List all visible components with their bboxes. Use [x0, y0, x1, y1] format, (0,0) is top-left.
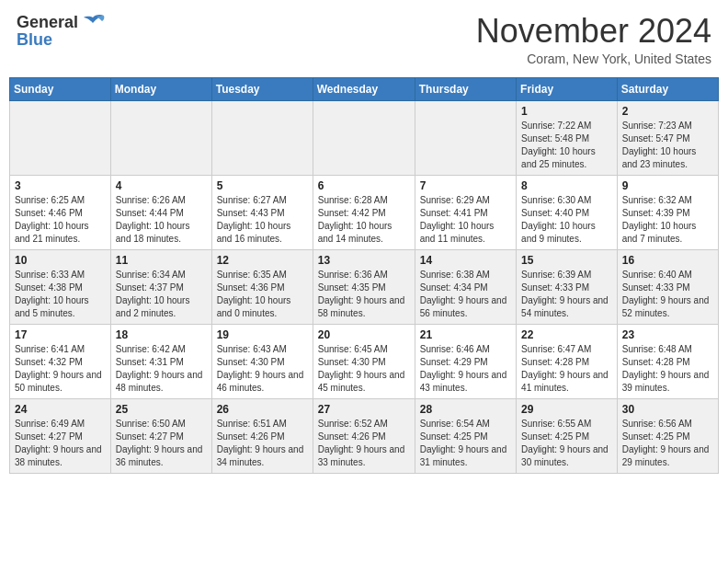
day-number: 4: [116, 179, 207, 192]
day-number: 24: [15, 403, 106, 416]
day-info: Sunrise: 6:45 AM Sunset: 4:30 PM Dayligh…: [318, 343, 410, 395]
logo-general: General: [17, 13, 78, 32]
weekday-header-tuesday: Tuesday: [211, 77, 313, 100]
day-info: Sunrise: 6:52 AM Sunset: 4:26 PM Dayligh…: [318, 418, 410, 469]
day-info: Sunrise: 6:35 AM Sunset: 4:36 PM Dayligh…: [217, 269, 308, 320]
day-number: 30: [622, 403, 713, 416]
calendar-cell: [211, 100, 313, 175]
calendar-cell: 28Sunrise: 6:54 AM Sunset: 4:25 PM Dayli…: [415, 398, 516, 473]
calendar-header-row: SundayMondayTuesdayWednesdayThursdayFrid…: [10, 77, 719, 100]
day-info: Sunrise: 6:51 AM Sunset: 4:26 PM Dayligh…: [217, 418, 308, 469]
day-info: Sunrise: 6:47 AM Sunset: 4:28 PM Dayligh…: [521, 343, 612, 395]
calendar-cell: 9Sunrise: 6:32 AM Sunset: 4:39 PM Daylig…: [617, 175, 718, 249]
weekday-header-monday: Monday: [110, 77, 211, 100]
calendar-cell: 30Sunrise: 6:56 AM Sunset: 4:25 PM Dayli…: [617, 398, 718, 473]
day-info: Sunrise: 6:26 AM Sunset: 4:44 PM Dayligh…: [116, 194, 207, 246]
calendar-cell: 5Sunrise: 6:27 AM Sunset: 4:43 PM Daylig…: [211, 175, 313, 249]
calendar-cell: 4Sunrise: 6:26 AM Sunset: 4:44 PM Daylig…: [110, 175, 211, 249]
day-number: 13: [318, 254, 410, 267]
day-number: 3: [15, 179, 106, 192]
day-info: Sunrise: 6:29 AM Sunset: 4:41 PM Dayligh…: [420, 194, 511, 246]
day-number: 10: [15, 254, 106, 267]
day-number: 18: [116, 328, 207, 341]
day-number: 26: [217, 403, 308, 416]
month-title: November 2024: [476, 13, 711, 50]
day-number: 1: [521, 105, 612, 118]
day-number: 25: [116, 403, 207, 416]
weekday-header-saturday: Saturday: [617, 77, 718, 100]
day-number: 9: [622, 179, 713, 192]
calendar-cell: 19Sunrise: 6:43 AM Sunset: 4:30 PM Dayli…: [211, 324, 313, 398]
calendar-cell: 10Sunrise: 6:33 AM Sunset: 4:38 PM Dayli…: [10, 249, 111, 324]
calendar-cell: 13Sunrise: 6:36 AM Sunset: 4:35 PM Dayli…: [313, 249, 415, 324]
day-number: 14: [420, 254, 511, 267]
day-number: 11: [116, 254, 207, 267]
logo-bird-icon: [80, 14, 106, 32]
day-number: 6: [318, 179, 410, 192]
day-number: 7: [420, 179, 511, 192]
day-info: Sunrise: 6:38 AM Sunset: 4:34 PM Dayligh…: [420, 269, 511, 320]
day-number: 17: [15, 328, 106, 341]
location: Coram, New York, United States: [476, 52, 711, 66]
day-number: 21: [420, 328, 511, 341]
day-number: 19: [217, 328, 308, 341]
day-number: 16: [622, 254, 713, 267]
page-header: General Blue November 2024 Coram, New Yo…: [9, 9, 719, 70]
day-info: Sunrise: 6:30 AM Sunset: 4:40 PM Dayligh…: [521, 194, 612, 246]
calendar-cell: 29Sunrise: 6:55 AM Sunset: 4:25 PM Dayli…: [517, 398, 618, 473]
calendar-table: SundayMondayTuesdayWednesdayThursdayFrid…: [9, 77, 719, 474]
day-number: 23: [622, 328, 713, 341]
calendar-cell: [415, 100, 516, 175]
calendar-week-3: 10Sunrise: 6:33 AM Sunset: 4:38 PM Dayli…: [10, 249, 719, 324]
calendar-cell: 7Sunrise: 6:29 AM Sunset: 4:41 PM Daylig…: [415, 175, 516, 249]
day-info: Sunrise: 6:41 AM Sunset: 4:32 PM Dayligh…: [15, 343, 106, 395]
day-info: Sunrise: 6:36 AM Sunset: 4:35 PM Dayligh…: [318, 269, 410, 320]
calendar-cell: 11Sunrise: 6:34 AM Sunset: 4:37 PM Dayli…: [110, 249, 211, 324]
day-number: 2: [622, 105, 713, 118]
calendar-cell: 2Sunrise: 7:23 AM Sunset: 5:47 PM Daylig…: [617, 100, 718, 175]
day-info: Sunrise: 6:40 AM Sunset: 4:33 PM Dayligh…: [622, 269, 713, 320]
calendar-cell: 3Sunrise: 6:25 AM Sunset: 4:46 PM Daylig…: [10, 175, 111, 249]
calendar-cell: 12Sunrise: 6:35 AM Sunset: 4:36 PM Dayli…: [211, 249, 313, 324]
calendar-cell: 22Sunrise: 6:47 AM Sunset: 4:28 PM Dayli…: [517, 324, 618, 398]
calendar-cell: 24Sunrise: 6:49 AM Sunset: 4:27 PM Dayli…: [10, 398, 111, 473]
day-info: Sunrise: 6:50 AM Sunset: 4:27 PM Dayligh…: [116, 418, 207, 469]
calendar-cell: 15Sunrise: 6:39 AM Sunset: 4:33 PM Dayli…: [517, 249, 618, 324]
day-info: Sunrise: 7:22 AM Sunset: 5:48 PM Dayligh…: [521, 120, 612, 171]
day-number: 8: [521, 179, 612, 192]
day-number: 20: [318, 328, 410, 341]
weekday-header-wednesday: Wednesday: [313, 77, 415, 100]
calendar-cell: 25Sunrise: 6:50 AM Sunset: 4:27 PM Dayli…: [110, 398, 211, 473]
day-info: Sunrise: 6:34 AM Sunset: 4:37 PM Dayligh…: [116, 269, 207, 320]
title-block: November 2024 Coram, New York, United St…: [476, 13, 711, 66]
day-number: 15: [521, 254, 612, 267]
calendar-cell: 21Sunrise: 6:46 AM Sunset: 4:29 PM Dayli…: [415, 324, 516, 398]
calendar-cell: 16Sunrise: 6:40 AM Sunset: 4:33 PM Dayli…: [617, 249, 718, 324]
day-info: Sunrise: 6:42 AM Sunset: 4:31 PM Dayligh…: [116, 343, 207, 395]
calendar-cell: 23Sunrise: 6:48 AM Sunset: 4:28 PM Dayli…: [617, 324, 718, 398]
calendar-week-5: 24Sunrise: 6:49 AM Sunset: 4:27 PM Dayli…: [10, 398, 719, 473]
day-info: Sunrise: 6:43 AM Sunset: 4:30 PM Dayligh…: [217, 343, 308, 395]
day-number: 28: [420, 403, 511, 416]
calendar-cell: 20Sunrise: 6:45 AM Sunset: 4:30 PM Dayli…: [313, 324, 415, 398]
calendar-cell: 6Sunrise: 6:28 AM Sunset: 4:42 PM Daylig…: [313, 175, 415, 249]
day-info: Sunrise: 6:55 AM Sunset: 4:25 PM Dayligh…: [521, 418, 612, 469]
day-number: 27: [318, 403, 410, 416]
day-number: 12: [217, 254, 308, 267]
calendar-cell: 27Sunrise: 6:52 AM Sunset: 4:26 PM Dayli…: [313, 398, 415, 473]
calendar-week-4: 17Sunrise: 6:41 AM Sunset: 4:32 PM Dayli…: [10, 324, 719, 398]
day-info: Sunrise: 6:32 AM Sunset: 4:39 PM Dayligh…: [622, 194, 713, 246]
calendar-cell: 17Sunrise: 6:41 AM Sunset: 4:32 PM Dayli…: [10, 324, 111, 398]
calendar-cell: 8Sunrise: 6:30 AM Sunset: 4:40 PM Daylig…: [517, 175, 618, 249]
calendar-cell: 14Sunrise: 6:38 AM Sunset: 4:34 PM Dayli…: [415, 249, 516, 324]
day-info: Sunrise: 6:46 AM Sunset: 4:29 PM Dayligh…: [420, 343, 511, 395]
day-info: Sunrise: 6:54 AM Sunset: 4:25 PM Dayligh…: [420, 418, 511, 469]
weekday-header-friday: Friday: [517, 77, 618, 100]
day-info: Sunrise: 6:33 AM Sunset: 4:38 PM Dayligh…: [15, 269, 106, 320]
calendar-cell: [313, 100, 415, 175]
logo-blue: Blue: [17, 30, 52, 50]
day-info: Sunrise: 6:27 AM Sunset: 4:43 PM Dayligh…: [217, 194, 308, 246]
day-info: Sunrise: 7:23 AM Sunset: 5:47 PM Dayligh…: [622, 120, 713, 171]
logo: General Blue: [17, 13, 106, 50]
day-info: Sunrise: 6:49 AM Sunset: 4:27 PM Dayligh…: [15, 418, 106, 469]
